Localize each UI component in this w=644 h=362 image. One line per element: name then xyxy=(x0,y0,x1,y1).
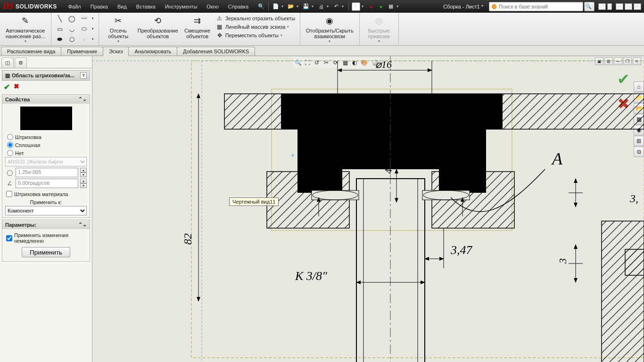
undo-dd[interactable]: ▾ xyxy=(342,4,346,8)
opts-dd[interactable]: ▾ xyxy=(396,4,400,8)
spline-icon[interactable]: 〰 xyxy=(79,14,90,23)
move-label: Переместить объекты xyxy=(225,33,279,38)
material-hatch-check[interactable]: Штриховка материала xyxy=(5,189,87,198)
new-doc-icon[interactable]: 📄 xyxy=(272,2,280,11)
menu-window[interactable]: Окно xyxy=(202,2,223,11)
save-icon[interactable]: 💾 xyxy=(302,2,310,11)
apply-button[interactable]: Применить xyxy=(22,247,70,257)
panel-tab-property-mgr[interactable]: ⚙ xyxy=(15,58,27,68)
traffic-red-icon[interactable]: ● xyxy=(367,2,375,11)
search-input[interactable] xyxy=(499,4,581,9)
slot-icon[interactable]: ⬬ xyxy=(54,34,66,44)
pm-title: Область штриховки/за... xyxy=(12,73,74,78)
dimension-icon: ✎ xyxy=(19,15,32,27)
apply-to-select[interactable]: Компонент xyxy=(5,206,87,215)
pm-ok-icon[interactable]: ✔ xyxy=(4,82,10,91)
linear-pattern-button[interactable]: ▦Линейный массив эскиза▾ xyxy=(216,23,295,31)
tab-sketch[interactable]: Эскиз xyxy=(103,47,129,56)
restore-icon[interactable]: ❐ xyxy=(625,3,632,10)
undo-icon[interactable]: ↶ xyxy=(332,2,340,11)
scale-input[interactable]: 1.25e-005 xyxy=(16,168,78,177)
property-manager-panel: ◫ ⚙ ▨ Область штриховки/за... ? ✔ ✖ Свой… xyxy=(0,56,92,362)
convert-icon: ⟲ xyxy=(151,15,165,27)
close-icon[interactable]: ✕ xyxy=(634,3,641,10)
help-icon[interactable]: ? xyxy=(598,3,606,10)
menu-edit[interactable]: Правка xyxy=(86,2,113,11)
dd2[interactable]: ▾ xyxy=(90,24,96,33)
ellipse-icon[interactable]: ⬭ xyxy=(79,24,90,33)
scale-up[interactable]: ▲ xyxy=(80,168,87,173)
collapse-icon-2[interactable]: ⌃⌄ xyxy=(78,222,87,228)
select-icon[interactable]: ↖ xyxy=(352,2,360,11)
radio-solid[interactable]: Сплошная xyxy=(5,141,87,149)
apply-to-label: Применить к: xyxy=(5,198,87,206)
sketch-patterns: ⚠Зеркально отразить объекты ▦Линейный ма… xyxy=(214,14,297,40)
pm-params-header[interactable]: Параметры: ⌃⌄ xyxy=(2,220,90,229)
dim-left: 82 xyxy=(182,233,194,245)
tab-annotation[interactable]: Примечание xyxy=(61,47,103,56)
smart-dimension-button[interactable]: ✎ Автоматическое нанесение раз... ▾ xyxy=(3,14,48,44)
tab-addins[interactable]: Добавления SOLIDWORKS xyxy=(177,47,255,56)
offset-icon: ⇉ xyxy=(191,15,204,27)
save-dd[interactable]: ▾ xyxy=(312,4,315,8)
angle-input[interactable]: 0.00градусов xyxy=(16,179,78,188)
angle-up[interactable]: ▲ xyxy=(80,179,87,183)
tab-evaluate[interactable]: Анализировать xyxy=(128,47,177,56)
print-icon[interactable]: 🖨 xyxy=(317,2,325,11)
tab-view-layout[interactable]: Расположение вида xyxy=(1,47,61,56)
radio-none[interactable]: Нет xyxy=(5,149,87,157)
pm-properties-header[interactable]: Свойства ⌃⌄ xyxy=(2,95,90,104)
kb-search-icon: ⬤ xyxy=(491,3,497,9)
help-dd[interactable]: ▾ xyxy=(607,3,612,10)
knowledge-search[interactable]: ⬤ xyxy=(489,2,583,11)
menu-file[interactable]: Файл xyxy=(64,2,86,11)
arc-icon[interactable]: ◡ xyxy=(66,24,78,33)
pm-help-icon[interactable]: ? xyxy=(80,72,87,79)
move-button[interactable]: ✥Переместить объекты▾ xyxy=(216,32,295,39)
sketch-tools-dd: ▾ ▾ ▾ xyxy=(90,14,96,44)
circle-icon[interactable]: ◯ xyxy=(66,14,78,23)
pm-cancel-icon[interactable]: ✖ xyxy=(14,82,19,91)
convert-button[interactable]: ⟲ Преобразование объектов xyxy=(135,14,181,40)
menu-view[interactable]: Вид xyxy=(113,2,132,11)
menu-help[interactable]: Справка xyxy=(223,2,253,11)
scale-down[interactable]: ▼ xyxy=(80,173,87,177)
pm-params-section: Параметры: ⌃⌄ Применить изменения немедл… xyxy=(2,220,90,262)
collapse-icon[interactable]: ⌃⌄ xyxy=(78,96,87,102)
open-icon[interactable]: 📂 xyxy=(287,2,295,11)
drawing-canvas[interactable]: 🔍 ⛶ ↺ ✂ ⟳ ▦ ◐ 🎨 ▣ ⊞ — ❐ ✕ ✔ ✖ ⌂ 📁 📂 ▦ xyxy=(92,56,644,362)
pattern-select[interactable]: ANSI31 (Железо Кирпи xyxy=(5,157,87,166)
document-title: Сборка - Лист1 * xyxy=(443,4,483,9)
radio-hatch[interactable]: Штриховка xyxy=(5,133,87,141)
print-dd[interactable]: ▾ xyxy=(327,4,330,8)
hatch-icon: ▨ xyxy=(5,73,10,79)
new-dd[interactable]: ▾ xyxy=(281,4,285,8)
options-icon[interactable]: ▦ xyxy=(387,2,395,11)
rect-icon[interactable]: ▭ xyxy=(54,24,66,33)
angle-down[interactable]: ▼ xyxy=(80,183,87,188)
dd1[interactable]: ▾ xyxy=(90,14,96,23)
select-dd[interactable]: ▾ xyxy=(362,4,365,8)
polygon-icon[interactable]: ⬡ xyxy=(66,34,78,44)
dim-mid: 4 xyxy=(382,169,394,174)
traffic-green-icon[interactable]: ● xyxy=(377,2,385,11)
menu-bar: DS SOLIDWORKS Файл Правка Вид Вставка Ин… xyxy=(0,0,644,13)
menu-tools[interactable]: Инструменты xyxy=(160,2,202,11)
offset-button[interactable]: ⇉ Смещение объектов xyxy=(181,14,214,40)
trim-button[interactable]: ✂ Отсечь объекты ▾ xyxy=(102,14,135,44)
snaps-icon: ◎ xyxy=(372,15,386,27)
show-relations-button[interactable]: ◉ Отобразить/Скрыть взаимосвязи ▾ xyxy=(303,14,356,44)
mirror-button[interactable]: ⚠Зеркально отразить объекты xyxy=(216,15,295,22)
panel-tab-feature-tree[interactable]: ◫ xyxy=(1,58,14,68)
minimize-icon[interactable]: — xyxy=(616,3,623,10)
line-icon[interactable]: ╲ xyxy=(54,14,66,23)
angle-field: ∠ 0.00градусов ▲▼ xyxy=(5,179,87,188)
menu-insert[interactable]: Вставка xyxy=(132,2,160,11)
window-controls: — ❐ ✕ xyxy=(616,3,641,10)
search-help-icon[interactable]: 🔍 xyxy=(257,2,265,11)
apply-immediate-check[interactable]: Применить изменения немедленно xyxy=(5,231,87,245)
open-dd[interactable]: ▾ xyxy=(297,4,300,8)
search-button[interactable]: 🔍▾ xyxy=(584,2,594,11)
point-icon[interactable]: · xyxy=(79,34,90,44)
dd3[interactable]: ▾ xyxy=(90,34,96,44)
